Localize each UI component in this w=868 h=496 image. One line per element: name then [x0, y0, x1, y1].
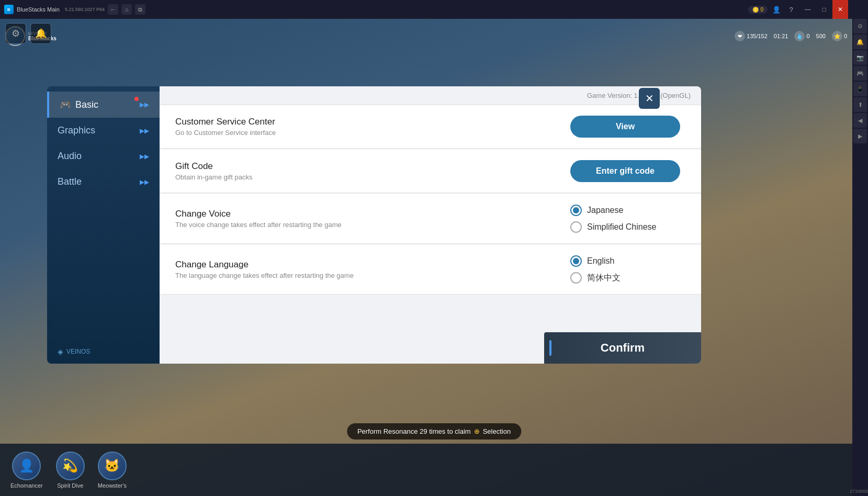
- close-button[interactable]: ✕: [832, 0, 848, 19]
- enter-gift-code-button[interactable]: Enter gift code: [570, 160, 680, 182]
- window-controls: — □ ✕: [800, 0, 848, 19]
- right-sidebar-btn-1[interactable]: ⚙: [853, 19, 867, 33]
- titlebar-right: 🪙 0 👤 ?: [748, 4, 797, 15]
- sidebar-label-battle: Battle: [58, 176, 82, 187]
- maximize-button[interactable]: □: [816, 0, 832, 19]
- settings-sidebar: 🎮 Basic ▶▶ Graphics ▶▶ Audio ▶▶ Battle ▶…: [47, 86, 160, 364]
- sidebar-logo: ◈ VEINOS: [47, 340, 160, 364]
- voice-japanese-label: Japanese: [587, 206, 623, 215]
- meowster-label: Meowster's: [98, 482, 127, 489]
- language-chinese-radio[interactable]: [570, 272, 582, 284]
- voice-japanese-radio[interactable]: [570, 205, 582, 216]
- coin-display: 🪙 0: [748, 6, 768, 14]
- gift-code-control: Enter gift code: [570, 160, 685, 182]
- settings-close-button[interactable]: ✕: [639, 88, 660, 109]
- sidebar-label-graphics: Graphics: [58, 125, 95, 136]
- sidebar-label-basic: Basic: [75, 99, 98, 110]
- change-voice-title: Change Voice: [175, 209, 570, 219]
- coin-icon: 🪙: [752, 7, 759, 13]
- duplicate-button[interactable]: ⧉: [135, 4, 145, 15]
- character-meowster[interactable]: 🐱 Meowster's: [98, 452, 127, 489]
- customer-service-row: Customer Service Center Go to Customer S…: [160, 105, 701, 149]
- gift-code-info: Gift Code Obtain in-game gift packs: [175, 161, 570, 181]
- hud-stats: ❤ 135/152 01:21 💧 0 500 ⭐ 0: [735, 31, 847, 41]
- back-button[interactable]: ←: [108, 4, 118, 15]
- health-icon: ❤: [735, 31, 745, 41]
- veinos-label: VEINOS: [66, 348, 90, 355]
- gear-button[interactable]: ⚙: [5, 23, 26, 44]
- change-language-title: Change Language: [175, 260, 570, 270]
- voice-chinese-option[interactable]: Simplified Chinese: [570, 221, 657, 233]
- spirit-dive-icon: 💫: [56, 452, 85, 480]
- home-button[interactable]: ⌂: [121, 4, 132, 15]
- app-title: BlueStacks Main: [17, 6, 60, 13]
- sidebar-item-basic[interactable]: 🎮 Basic ▶▶: [47, 92, 160, 118]
- app-subtitle: 5.21.560.1027 P64: [65, 7, 105, 12]
- change-voice-info: Change Voice The voice change takes effe…: [175, 209, 570, 229]
- bluestacks-logo: B: [4, 5, 14, 14]
- notification-icon: ⊕: [474, 427, 480, 435]
- spirit-dive-label: Spirit Dive: [57, 482, 83, 489]
- right-sidebar-btn-8[interactable]: ▶: [853, 129, 867, 143]
- confirm-button[interactable]: Confirm: [544, 332, 701, 364]
- change-voice-control: Japanese Simplified Chinese: [570, 205, 685, 233]
- hud-health: ❤ 135/152: [735, 31, 768, 41]
- settings-dialog: 🎮 Basic ▶▶ Graphics ▶▶ Audio ▶▶ Battle ▶…: [47, 86, 701, 364]
- view-button[interactable]: View: [570, 116, 680, 138]
- echomancer-label: Echomancer: [10, 482, 43, 489]
- hud-resource2: 500: [816, 33, 826, 39]
- customer-service-desc: Go to Customer Service interface: [175, 129, 570, 137]
- voice-chinese-label: Simplified Chinese: [587, 222, 657, 232]
- character-echomancer[interactable]: 👤 Echomancer: [10, 452, 43, 489]
- arrow-icon-battle: ▶▶: [140, 178, 149, 186]
- voice-japanese-option[interactable]: Japanese: [570, 205, 623, 216]
- language-english-label: English: [587, 256, 614, 266]
- sidebar-label-audio: Audio: [58, 151, 82, 162]
- resource3-icon: ⭐: [832, 31, 842, 41]
- hud-resource1: 💧 0: [794, 31, 809, 41]
- gift-code-desc: Obtain in-game gift packs: [175, 173, 570, 181]
- settings-main-panel: Game Version: 1.0.5.35 (OpenGL) Customer…: [160, 86, 701, 364]
- right-sidebar-btn-3[interactable]: 📷: [853, 50, 867, 65]
- profile-button[interactable]: 👤: [771, 4, 782, 15]
- bluestacks-right-sidebar: ⚙ 🔔 📷 🎮 📱 ⬆ ◀ ▶ 27348686: [852, 0, 868, 496]
- arrow-icon-graphics: ▶▶: [140, 127, 149, 134]
- sidebar-id: 27348686: [850, 489, 868, 496]
- change-language-control: English 简休中文: [570, 255, 685, 284]
- right-sidebar-btn-7[interactable]: ◀: [853, 113, 867, 128]
- sidebar-item-battle[interactable]: Battle ▶▶: [47, 169, 160, 195]
- change-voice-row: Change Voice The voice change takes effe…: [160, 194, 701, 244]
- language-english-option[interactable]: English: [570, 255, 614, 267]
- help-button[interactable]: ?: [785, 4, 797, 15]
- echomancer-icon: 👤: [12, 452, 41, 480]
- hud-resource3: ⭐ 0: [832, 31, 847, 41]
- resource1-icon: 💧: [794, 31, 805, 41]
- notification-text: Perform Resonance 29 times to claim: [357, 427, 471, 435]
- bell-button[interactable]: 🔔: [30, 23, 51, 44]
- notification-dot: [134, 97, 139, 101]
- settings-header: Game Version: 1.0.5.35 (OpenGL): [160, 86, 701, 105]
- right-sidebar-btn-5[interactable]: 📱: [853, 82, 867, 96]
- customer-service-info: Customer Service Center Go to Customer S…: [175, 117, 570, 137]
- language-english-radio[interactable]: [570, 255, 582, 267]
- selection-label: Selection: [483, 427, 511, 435]
- right-sidebar-btn-6[interactable]: ⬆: [853, 97, 867, 112]
- voice-chinese-radio[interactable]: [570, 221, 582, 233]
- notification-bar: Perform Resonance 29 times to claim ⊕ Se…: [347, 423, 521, 439]
- character-spirit-dive[interactable]: 💫 Spirit Dive: [56, 452, 85, 489]
- customer-service-title: Customer Service Center: [175, 117, 570, 127]
- change-language-row: Change Language The language change take…: [160, 245, 701, 295]
- language-chinese-option[interactable]: 简休中文: [570, 272, 621, 284]
- customer-service-control: View: [570, 116, 685, 138]
- minimize-button[interactable]: —: [800, 0, 816, 19]
- bottom-character-bar: 👤 Echomancer 💫 Spirit Dive 🐱 Meowster's: [0, 444, 852, 496]
- game-quick-settings: ⚙ 🔔: [5, 23, 51, 44]
- sidebar-item-graphics[interactable]: Graphics ▶▶: [47, 118, 160, 143]
- bluestacks-titlebar: B BlueStacks Main 5.21.560.1027 P64 ← ⌂ …: [0, 0, 852, 19]
- game-hud: LEVEL 02 BlueStacks ❤ 135/152 01:21 💧 0 …: [0, 23, 852, 49]
- right-sidebar-btn-2[interactable]: 🔔: [853, 35, 867, 49]
- sidebar-item-audio[interactable]: Audio ▶▶: [47, 143, 160, 169]
- right-sidebar-btn-4[interactable]: 🎮: [853, 66, 867, 81]
- gift-code-title: Gift Code: [175, 161, 570, 172]
- language-chinese-label: 简休中文: [587, 273, 621, 284]
